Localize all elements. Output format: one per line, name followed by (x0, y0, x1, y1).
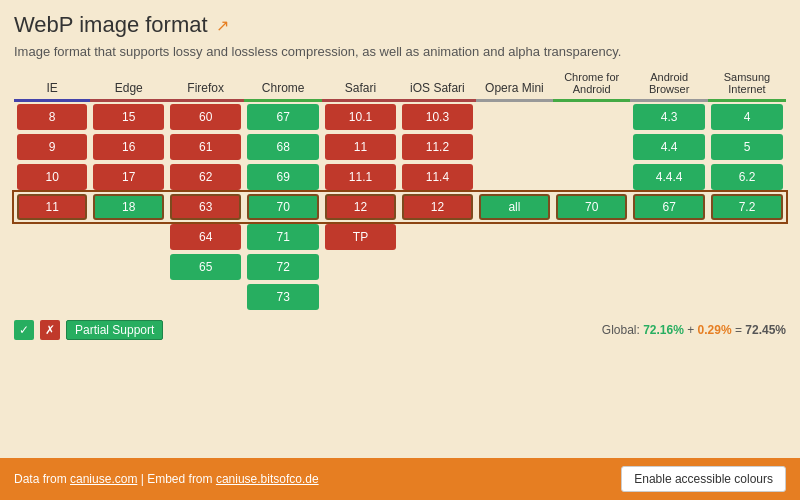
version-badge: 10 (17, 164, 87, 190)
version-badge: 16 (93, 134, 164, 160)
version-badge: 70 (247, 194, 319, 220)
empty-cell (711, 284, 783, 310)
table-cell (708, 282, 786, 312)
empty-cell (711, 254, 783, 280)
version-badge: 11.2 (402, 134, 473, 160)
version-badge: 12 (325, 194, 396, 220)
header-chrome: Chrome (244, 69, 322, 101)
table-cell: 69 (244, 162, 322, 192)
version-badge: 67 (633, 194, 705, 220)
table-cell: 10.3 (399, 101, 476, 133)
bitsofco-link[interactable]: caniuse.bitsofco.de (216, 472, 319, 486)
version-badge: 18 (93, 194, 164, 220)
version-badge: 7.2 (711, 194, 783, 220)
table-cell: 9 (14, 132, 90, 162)
global-stats: Global: 72.16% + 0.29% = 72.45% (602, 323, 786, 337)
version-badge: 6.2 (711, 164, 783, 190)
version-badge: 11 (17, 194, 87, 220)
empty-cell (479, 284, 550, 310)
global-plus: + (684, 323, 698, 337)
version-badge: 15 (93, 104, 164, 130)
empty-cell (556, 104, 627, 130)
version-badge: 12 (402, 194, 473, 220)
table-cell: 4.4 (630, 132, 708, 162)
table-cell: 10 (14, 162, 90, 192)
table-cell: all (476, 192, 553, 222)
empty-cell (93, 224, 164, 250)
table-cell (708, 222, 786, 252)
table-cell: 11.4 (399, 162, 476, 192)
header-firefox: Firefox (167, 69, 244, 101)
footer-left: Data from caniuse.com | Embed from caniu… (14, 472, 319, 486)
table-cell (553, 252, 630, 282)
table-cell: 18 (90, 192, 167, 222)
table-row: 73 (14, 282, 786, 312)
empty-cell (17, 284, 87, 310)
table-cell: 60 (167, 101, 244, 133)
table-cell (553, 222, 630, 252)
version-badge: 4.4 (633, 134, 705, 160)
empty-cell (633, 254, 705, 280)
legend-row: ✓ ✗ Partial Support Global: 72.16% + 0.2… (14, 320, 786, 340)
browser-header-row: IE Edge Firefox Chrome Safari iOS Safari… (14, 69, 786, 101)
global-green-value: 72.16% (643, 323, 684, 337)
table-cell (553, 132, 630, 162)
empty-cell (93, 284, 164, 310)
caniuse-link[interactable]: caniuse.com (70, 472, 137, 486)
table-cell (322, 252, 399, 282)
table-cell: 10.1 (322, 101, 399, 133)
main-content: WebP image format ↗ Image format that su… (0, 0, 800, 354)
version-badge: 10.3 (402, 104, 473, 130)
global-label: Global: (602, 323, 643, 337)
version-badge: 73 (247, 284, 319, 310)
table-row: 91661681111.24.45 (14, 132, 786, 162)
version-badge: 17 (93, 164, 164, 190)
table-cell (553, 162, 630, 192)
table-cell (476, 101, 553, 133)
table-cell: 11.2 (399, 132, 476, 162)
version-badge: 61 (170, 134, 241, 160)
browser-table: IE Edge Firefox Chrome Safari iOS Safari… (14, 69, 786, 312)
table-cell: 63 (167, 192, 244, 222)
empty-cell (17, 254, 87, 280)
empty-cell (325, 254, 396, 280)
empty-cell (325, 284, 396, 310)
empty-cell (633, 224, 705, 250)
empty-cell (556, 224, 627, 250)
table-row: 111863701212all70677.2 (14, 192, 786, 222)
empty-cell (556, 164, 627, 190)
version-badge: 65 (170, 254, 241, 280)
table-cell (14, 282, 90, 312)
table-cell: 12 (322, 192, 399, 222)
table-cell (630, 222, 708, 252)
empty-cell (556, 134, 627, 160)
table-cell (399, 222, 476, 252)
table-row: 1017626911.111.44.4.46.2 (14, 162, 786, 192)
table-cell (476, 222, 553, 252)
empty-cell (402, 254, 473, 280)
table-cell (476, 282, 553, 312)
title-row: WebP image format ↗ (14, 12, 786, 38)
global-orange-value: 0.29% (698, 323, 732, 337)
version-badge: 4.3 (633, 104, 705, 130)
empty-cell (711, 224, 783, 250)
table-cell (90, 222, 167, 252)
version-badge: 63 (170, 194, 241, 220)
table-row: 6572 (14, 252, 786, 282)
footer-embed-text: | Embed from (141, 472, 216, 486)
external-link-icon[interactable]: ↗ (216, 16, 229, 35)
version-badge: 72 (247, 254, 319, 280)
version-badge: 4 (711, 104, 783, 130)
version-badge: 64 (170, 224, 241, 250)
empty-cell (402, 224, 473, 250)
enable-accessible-colours-button[interactable]: Enable accessible colours (621, 466, 786, 492)
version-badge: 62 (170, 164, 241, 190)
version-badge: 11.4 (402, 164, 473, 190)
table-cell (553, 282, 630, 312)
version-badge: 67 (247, 104, 319, 130)
version-badge: 5 (711, 134, 783, 160)
empty-cell (170, 284, 241, 310)
table-cell: 71 (244, 222, 322, 252)
version-badge: 10.1 (325, 104, 396, 130)
footer-bar: Data from caniuse.com | Embed from caniu… (0, 458, 800, 500)
